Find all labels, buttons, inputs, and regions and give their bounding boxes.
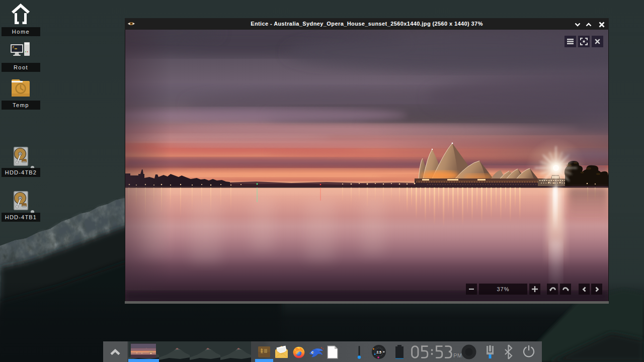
svg-text:PM: PM [453, 352, 461, 358]
svg-text:2.5: 2.5 [376, 350, 381, 354]
